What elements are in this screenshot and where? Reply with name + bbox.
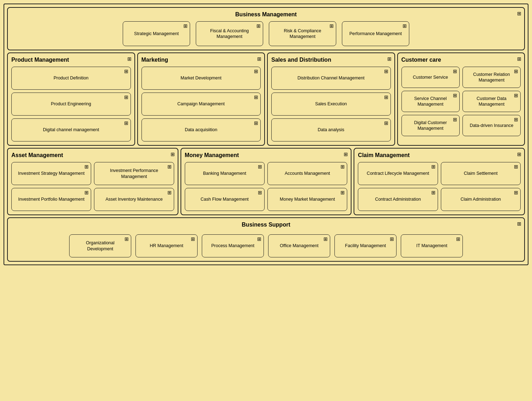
card-strategic-label: Strategic Management — [134, 31, 179, 37]
card-investment-performance[interactable]: Investment Performance Management — [94, 162, 174, 185]
marketing-section: Marketing Market Development Campaign Ma… — [137, 52, 265, 146]
card-data-acquisition[interactable]: Data acquisiition — [142, 118, 261, 141]
card-hr-mgmt-icon — [191, 236, 195, 242]
card-banking[interactable]: Banking Management — [185, 162, 265, 185]
claim-management-section: Claim Management Contract Lifecycle Mana… — [354, 148, 525, 215]
card-banking-label: Banking Management — [203, 171, 246, 176]
card-money-market-label: Money Market Management — [280, 196, 335, 202]
card-performance-icon — [403, 23, 407, 29]
card-it-mgmt[interactable]: IT Management — [401, 234, 463, 257]
card-campaign-mgmt-label: Campaign Management — [177, 101, 225, 107]
card-customer-service-label: Customer Service — [413, 74, 448, 80]
card-it-mgmt-label: IT Management — [416, 243, 447, 249]
card-data-analysis-label: Data analysis — [318, 127, 344, 133]
product-management-section: Product Management Product Definition Pr… — [7, 52, 135, 146]
card-customer-data[interactable]: Customer Data Management — [462, 91, 521, 112]
card-product-definition[interactable]: Product Definition — [11, 67, 131, 90]
product-management-icon — [127, 56, 132, 62]
card-fiscal-label: Fiscal & Accounting Management — [200, 28, 259, 40]
card-contract-lifecycle[interactable]: Contract Lifecycle Management — [358, 162, 438, 185]
card-accounts[interactable]: Accounts Management — [267, 162, 347, 185]
card-sales-execution[interactable]: Sales Execution — [271, 93, 391, 116]
card-data-driven-insurance-label: Data-driven Insurance — [470, 123, 513, 128]
customer-care-icon — [517, 56, 521, 62]
card-market-development-icon — [254, 68, 258, 74]
card-asset-inventory[interactable]: Asset Inventory Maintenance — [94, 188, 174, 211]
asset-management-icon — [171, 151, 175, 157]
customer-care-title: Customer care — [401, 57, 521, 63]
card-claim-settlement[interactable]: Claim Settlement — [441, 162, 521, 185]
card-service-channel[interactable]: Service Channel Management — [401, 91, 460, 112]
card-claim-admin-label: Claim Administration — [460, 196, 501, 202]
card-it-mgmt-icon — [456, 236, 460, 242]
card-digital-channel-label: Digital channel management — [43, 127, 99, 133]
claim-management-title: Claim Management — [358, 152, 521, 158]
card-investment-strategy-icon — [84, 164, 89, 169]
card-strategic[interactable]: Strategic Management — [123, 21, 190, 46]
card-campaign-mgmt-icon — [254, 94, 258, 100]
card-distribution-channel[interactable]: Distribution Channel Management — [271, 67, 391, 90]
card-facility-mgmt[interactable]: Facility Management — [334, 234, 397, 257]
card-investment-portfolio[interactable]: Investment Portfolio Management — [11, 188, 91, 211]
amcm-row: Asset Management Investment Strategy Man… — [7, 148, 525, 215]
card-asset-inventory-icon — [167, 190, 172, 195]
card-claim-admin[interactable]: Claim Administration — [441, 188, 521, 211]
card-risk[interactable]: Risk & Compliance Management — [269, 21, 336, 46]
card-customer-relation-label: Customer Relation Management — [466, 72, 517, 83]
card-office-mgmt-icon — [323, 236, 328, 242]
card-product-definition-icon — [124, 68, 128, 74]
card-cash-flow-icon — [258, 190, 262, 195]
card-customer-relation[interactable]: Customer Relation Management — [462, 67, 521, 88]
card-cash-flow[interactable]: Cash Flow Management — [185, 188, 265, 211]
card-customer-data-icon — [514, 93, 518, 98]
card-org-development-label: Organizational Development — [73, 240, 127, 252]
card-claim-admin-icon — [514, 190, 518, 195]
card-digital-customer[interactable]: Digital Customer Management — [401, 115, 460, 136]
card-market-development[interactable]: Market Development — [142, 67, 261, 90]
marketing-icon — [257, 56, 261, 62]
card-product-engineering[interactable]: Product Engineering — [11, 93, 131, 116]
card-campaign-mgmt[interactable]: Campaign Management — [142, 93, 261, 116]
asset-management-title: Asset Management — [11, 152, 174, 158]
card-contract-lifecycle-icon — [431, 164, 436, 169]
card-banking-icon — [258, 164, 262, 169]
card-fiscal[interactable]: Fiscal & Accounting Management — [196, 21, 263, 46]
business-support-cards: Organizational Development HR Management… — [11, 234, 521, 257]
card-office-mgmt[interactable]: Office Management — [268, 234, 330, 257]
card-contract-lifecycle-label: Contract Lifecycle Management — [367, 171, 429, 176]
middle-row: Product Management Product Definition Pr… — [7, 52, 525, 146]
card-service-channel-icon — [453, 93, 457, 98]
marketing-title: Marketing — [142, 57, 261, 63]
card-digital-customer-icon — [453, 117, 457, 122]
card-contract-admin-label: Contract Administration — [375, 196, 421, 202]
card-distribution-channel-icon — [384, 68, 388, 74]
card-fiscal-icon — [256, 23, 261, 29]
card-customer-service[interactable]: Customer Service — [401, 67, 460, 88]
sales-distribution-title: Sales and Distribution — [271, 57, 391, 63]
card-investment-portfolio-label: Investment Portfolio Management — [18, 196, 84, 202]
card-process-mgmt-icon — [257, 236, 261, 242]
card-money-market[interactable]: Money Market Management — [267, 188, 347, 211]
customer-care-cards: Customer Service Customer Relation Manag… — [401, 67, 521, 136]
card-investment-performance-label: Investment Performance Management — [98, 168, 170, 179]
card-data-driven-insurance[interactable]: Data-driven Insurance — [462, 115, 521, 136]
card-digital-channel-icon — [124, 120, 128, 126]
card-org-development-icon — [124, 236, 129, 242]
card-contract-admin[interactable]: Contract Administration — [358, 188, 438, 211]
business-management-icon — [517, 11, 521, 16]
card-org-development[interactable]: Organizational Development — [69, 234, 131, 257]
product-management-title: Product Management — [11, 57, 131, 63]
card-strategic-icon — [183, 23, 188, 29]
sales-distribution-section: Sales and Distribution Distribution Chan… — [267, 52, 395, 146]
card-facility-mgmt-label: Facility Management — [345, 243, 386, 249]
card-performance[interactable]: Performance Management — [342, 21, 409, 46]
card-customer-relation-icon — [514, 68, 518, 74]
card-customer-data-label: Customer Data Management — [466, 96, 517, 107]
card-digital-channel[interactable]: Digital channel management — [11, 118, 131, 141]
card-process-mgmt[interactable]: Process Management — [202, 234, 264, 257]
card-data-analysis[interactable]: Data analysis — [271, 118, 391, 141]
card-hr-mgmt[interactable]: HR Management — [135, 234, 198, 257]
card-data-acquisition-label: Data acquisiition — [185, 127, 217, 133]
card-investment-strategy[interactable]: Investment Strategy Management — [11, 162, 91, 185]
business-management-cards: Strategic Management Fiscal & Accounting… — [123, 21, 409, 46]
